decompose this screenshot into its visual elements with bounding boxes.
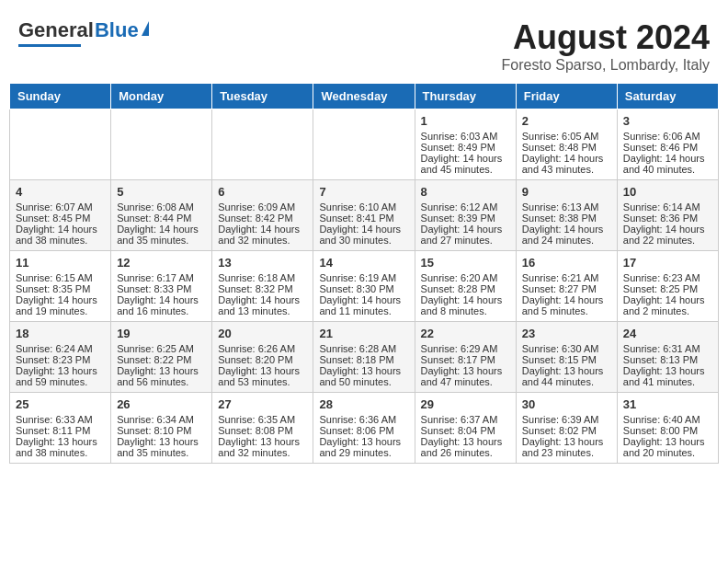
day-info: Sunrise: 6:35 AM <box>218 414 307 425</box>
day-number: 29 <box>421 397 510 411</box>
day-info: Sunrise: 6:18 AM <box>218 272 307 283</box>
day-info: Sunset: 8:49 PM <box>421 142 510 153</box>
day-info: Daylight: 14 hours and 27 minutes. <box>421 224 510 246</box>
title-area: August 2024 Foresto Sparso, Lombardy, It… <box>502 18 710 74</box>
day-info: Daylight: 14 hours and 45 minutes. <box>421 153 510 175</box>
day-info: Sunrise: 6:39 AM <box>522 414 611 425</box>
day-info: Sunset: 8:45 PM <box>16 213 105 224</box>
logo: General Blue <box>18 18 149 47</box>
day-info: Sunset: 8:38 PM <box>522 213 611 224</box>
day-number: 20 <box>218 327 307 340</box>
logo-triangle-icon <box>142 21 149 36</box>
calendar-cell: 4Sunrise: 6:07 AMSunset: 8:45 PMDaylight… <box>10 180 111 251</box>
day-info: Daylight: 13 hours and 56 minutes. <box>117 365 206 387</box>
calendar-cell: 1Sunrise: 6:03 AMSunset: 8:49 PMDaylight… <box>415 109 516 180</box>
day-info: Sunset: 8:00 PM <box>623 425 712 436</box>
day-info: Daylight: 13 hours and 47 minutes. <box>421 365 510 387</box>
day-number: 27 <box>218 397 307 411</box>
day-info: Sunset: 8:39 PM <box>421 213 510 224</box>
day-number: 7 <box>319 185 408 199</box>
day-info: Daylight: 13 hours and 35 minutes. <box>117 436 206 458</box>
day-info: Daylight: 14 hours and 11 minutes. <box>319 294 408 316</box>
day-number: 30 <box>522 397 611 411</box>
day-number: 5 <box>117 185 206 199</box>
day-header-wednesday: Wednesday <box>313 84 415 109</box>
day-number: 24 <box>623 327 712 340</box>
day-info: Sunrise: 6:06 AM <box>623 131 712 142</box>
calendar-week-row: 18Sunrise: 6:24 AMSunset: 8:23 PMDayligh… <box>10 322 719 393</box>
calendar-cell: 20Sunrise: 6:26 AMSunset: 8:20 PMDayligh… <box>212 322 313 393</box>
day-info: Sunset: 8:44 PM <box>117 213 206 224</box>
day-number: 4 <box>16 185 105 199</box>
day-info: Daylight: 13 hours and 44 minutes. <box>522 365 611 387</box>
calendar-cell: 12Sunrise: 6:17 AMSunset: 8:33 PMDayligh… <box>111 251 212 322</box>
day-info: Sunset: 8:18 PM <box>319 354 408 365</box>
calendar-cell: 5Sunrise: 6:08 AMSunset: 8:44 PMDaylight… <box>111 180 212 251</box>
day-info: Sunrise: 6:25 AM <box>117 343 206 354</box>
day-info: Sunset: 8:25 PM <box>623 283 712 294</box>
day-info: Daylight: 14 hours and 8 minutes. <box>421 294 510 316</box>
day-info: Sunrise: 6:09 AM <box>218 201 307 213</box>
day-header-thursday: Thursday <box>415 84 516 109</box>
calendar-cell: 31Sunrise: 6:40 AMSunset: 8:00 PMDayligh… <box>617 393 718 464</box>
calendar-cell: 25Sunrise: 6:33 AMSunset: 8:11 PMDayligh… <box>10 393 111 464</box>
day-info: Daylight: 14 hours and 30 minutes. <box>319 224 408 246</box>
day-info: Sunrise: 6:36 AM <box>319 414 408 425</box>
day-info: Sunrise: 6:03 AM <box>421 131 510 142</box>
calendar-week-row: 11Sunrise: 6:15 AMSunset: 8:35 PMDayligh… <box>10 251 719 322</box>
day-info: Sunset: 8:22 PM <box>117 354 206 365</box>
day-info: Sunset: 8:35 PM <box>16 283 105 294</box>
calendar-header-row: SundayMondayTuesdayWednesdayThursdayFrid… <box>10 84 719 109</box>
day-header-saturday: Saturday <box>617 84 718 109</box>
day-info: Sunset: 8:41 PM <box>319 213 408 224</box>
day-number: 12 <box>117 256 206 270</box>
day-info: Sunrise: 6:34 AM <box>117 414 206 425</box>
day-info: Sunrise: 6:33 AM <box>16 414 105 425</box>
day-info: Sunrise: 6:23 AM <box>623 272 712 283</box>
day-info: Sunset: 8:33 PM <box>117 283 206 294</box>
day-info: Sunrise: 6:15 AM <box>16 272 105 283</box>
calendar-cell: 18Sunrise: 6:24 AMSunset: 8:23 PMDayligh… <box>10 322 111 393</box>
day-info: Sunset: 8:42 PM <box>218 213 307 224</box>
calendar-cell: 2Sunrise: 6:05 AMSunset: 8:48 PMDaylight… <box>516 109 617 180</box>
day-number: 9 <box>522 185 611 199</box>
calendar-cell: 24Sunrise: 6:31 AMSunset: 8:13 PMDayligh… <box>617 322 718 393</box>
day-number: 15 <box>421 256 510 270</box>
day-info: Daylight: 13 hours and 38 minutes. <box>16 436 105 458</box>
page-header: General Blue August 2024 Foresto Sparso,… <box>9 9 719 78</box>
day-number: 16 <box>522 256 611 270</box>
day-info: Daylight: 14 hours and 2 minutes. <box>623 294 712 316</box>
day-info: Daylight: 14 hours and 22 minutes. <box>623 224 712 246</box>
day-info: Sunset: 8:17 PM <box>421 354 510 365</box>
calendar-cell: 19Sunrise: 6:25 AMSunset: 8:22 PMDayligh… <box>111 322 212 393</box>
day-number: 25 <box>16 397 105 411</box>
subtitle: Foresto Sparso, Lombardy, Italy <box>502 57 710 74</box>
day-info: Sunrise: 6:08 AM <box>117 201 206 213</box>
day-number: 23 <box>522 327 611 340</box>
day-info: Sunset: 8:20 PM <box>218 354 307 365</box>
day-number: 14 <box>319 256 408 270</box>
calendar-cell: 14Sunrise: 6:19 AMSunset: 8:30 PMDayligh… <box>313 251 415 322</box>
day-info: Daylight: 14 hours and 24 minutes. <box>522 224 611 246</box>
day-info: Daylight: 13 hours and 59 minutes. <box>16 365 105 387</box>
calendar-cell: 23Sunrise: 6:30 AMSunset: 8:15 PMDayligh… <box>516 322 617 393</box>
day-info: Daylight: 13 hours and 50 minutes. <box>319 365 408 387</box>
calendar-cell: 10Sunrise: 6:14 AMSunset: 8:36 PMDayligh… <box>617 180 718 251</box>
day-info: Daylight: 13 hours and 20 minutes. <box>623 436 712 458</box>
calendar-cell: 22Sunrise: 6:29 AMSunset: 8:17 PMDayligh… <box>415 322 516 393</box>
day-number: 22 <box>421 327 510 340</box>
day-info: Sunset: 8:10 PM <box>117 425 206 436</box>
day-info: Sunrise: 6:10 AM <box>319 201 408 213</box>
day-info: Daylight: 14 hours and 38 minutes. <box>16 224 105 246</box>
day-info: Daylight: 13 hours and 32 minutes. <box>218 436 307 458</box>
day-info: Sunrise: 6:30 AM <box>522 343 611 354</box>
day-number: 6 <box>218 185 307 199</box>
day-info: Sunrise: 6:28 AM <box>319 343 408 354</box>
day-info: Daylight: 14 hours and 19 minutes. <box>16 294 105 316</box>
day-info: Sunrise: 6:31 AM <box>623 343 712 354</box>
day-info: Sunset: 8:27 PM <box>522 283 611 294</box>
day-header-friday: Friday <box>516 84 617 109</box>
day-info: Daylight: 13 hours and 26 minutes. <box>421 436 510 458</box>
day-info: Sunset: 8:13 PM <box>623 354 712 365</box>
day-header-monday: Monday <box>111 84 212 109</box>
